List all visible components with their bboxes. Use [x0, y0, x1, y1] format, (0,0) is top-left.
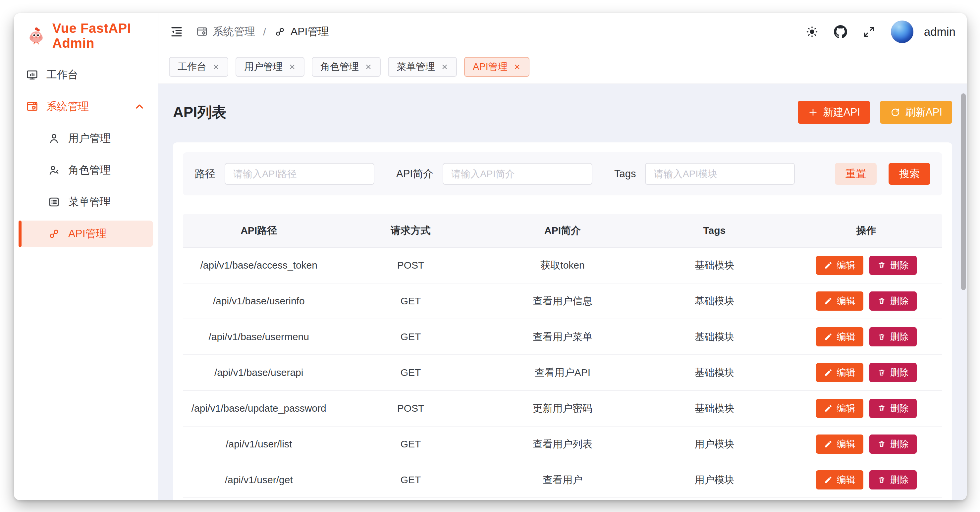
actions-cell: 编辑 删除: [791, 363, 942, 382]
table-row: /api/v1/user/list GET 查看用户列表 用户模块 编辑 删除: [183, 426, 942, 462]
edit-button-label: 编辑: [837, 259, 856, 272]
vertical-scrollbar[interactable]: [961, 94, 966, 290]
sidebar-item-api-management[interactable]: API管理: [19, 221, 153, 247]
api-plug-icon: [48, 227, 60, 240]
sidebar-item-workbench[interactable]: 工作台: [19, 62, 153, 88]
tab-role-management[interactable]: 角色管理: [312, 57, 381, 77]
username[interactable]: admin: [924, 25, 956, 38]
filter-path: 路径: [195, 163, 374, 185]
theme-sun-icon[interactable]: [805, 25, 819, 38]
topbar: 系统管理 / API管理: [158, 13, 967, 50]
page-header-buttons: 新建API 刷新API: [798, 101, 952, 124]
sidebar: Vue FastAPI Admin 工作台 系统管理: [14, 13, 158, 500]
tags-cell: 基础模块: [638, 402, 790, 415]
api-path-cell: /api/v1/base/userapi: [183, 367, 335, 378]
filter-tags: Tags: [614, 163, 795, 185]
tab-workbench[interactable]: 工作台: [169, 57, 228, 77]
summary-cell: 获取token: [487, 259, 638, 272]
edit-button[interactable]: 编辑: [816, 363, 863, 382]
reset-button[interactable]: 重置: [835, 163, 877, 185]
fullscreen-icon[interactable]: [862, 25, 876, 38]
sidebar-item-menu-management[interactable]: 菜单管理: [19, 189, 153, 215]
workbench-icon: [26, 68, 38, 81]
tab-user-management[interactable]: 用户管理: [235, 57, 304, 77]
delete-button-label: 删除: [890, 366, 909, 379]
tab-label: 角色管理: [320, 60, 359, 73]
close-icon[interactable]: [441, 63, 448, 70]
breadcrumb-system-management[interactable]: 系统管理: [196, 24, 255, 39]
table-row: /api/v1/base/userinfo GET 查看用户信息 基础模块 编辑: [183, 283, 942, 319]
pencil-icon: [824, 404, 832, 413]
edit-button[interactable]: 编辑: [816, 470, 863, 490]
edit-button[interactable]: 编辑: [816, 291, 863, 311]
search-button[interactable]: 搜索: [889, 163, 930, 185]
table-row: /api/v1/user/get GET 查看用户 用户模块 编辑 删除: [183, 462, 942, 498]
tab-api-management[interactable]: API管理: [464, 57, 530, 77]
table-header: API路径 请求方式 API简介 Tags 操作: [183, 214, 942, 248]
summary-cell: 查看用户: [487, 473, 638, 487]
delete-button[interactable]: 删除: [869, 470, 917, 490]
sidebar-item-label: API管理: [68, 227, 107, 241]
api-path-cell: /api/v1/user/get: [183, 474, 335, 485]
system-management-icon: [26, 100, 38, 113]
method-cell: GET: [335, 367, 486, 378]
table-row: /api/v1/base/userapi GET 查看用户API 基础模块 编辑: [183, 355, 942, 391]
chevron-up-icon: [133, 100, 146, 113]
edit-button[interactable]: 编辑: [816, 256, 863, 275]
delete-button[interactable]: 删除: [869, 291, 917, 311]
trash-icon: [877, 440, 886, 448]
avatar[interactable]: [891, 21, 913, 43]
delete-button[interactable]: 删除: [869, 327, 917, 347]
tags-cell: 用户模块: [638, 437, 790, 451]
tabbar: 工作台 用户管理 角色管理 菜单管理 API管理: [158, 50, 967, 84]
edit-button[interactable]: 编辑: [816, 434, 863, 454]
method-cell: GET: [335, 439, 486, 450]
actions-cell: 编辑 删除: [791, 256, 942, 275]
close-icon[interactable]: [212, 63, 220, 70]
summary-input[interactable]: [442, 163, 592, 185]
pencil-icon: [824, 440, 832, 448]
close-icon[interactable]: [289, 63, 296, 70]
actions-cell: 编辑 删除: [791, 327, 942, 347]
refresh-api-button[interactable]: 刷新API: [880, 101, 952, 124]
api-table: API路径 请求方式 API简介 Tags 操作 /api/v1/base/ac…: [183, 214, 942, 498]
topbar-actions: admin: [805, 21, 956, 43]
breadcrumb-api-management[interactable]: API管理: [274, 24, 329, 39]
pencil-icon: [824, 475, 832, 484]
sidebar-item-system-management[interactable]: 系统管理: [19, 94, 153, 120]
sidebar-item-role-management[interactable]: 角色管理: [19, 157, 153, 183]
edit-button[interactable]: 编辑: [816, 327, 863, 347]
close-icon[interactable]: [365, 63, 372, 70]
breadcrumb-separator: /: [263, 26, 266, 38]
delete-button[interactable]: 删除: [869, 363, 917, 382]
trash-icon: [877, 368, 886, 377]
delete-button[interactable]: 删除: [869, 256, 917, 275]
sidebar-item-user-management[interactable]: 用户管理: [19, 125, 153, 152]
delete-button[interactable]: 删除: [869, 399, 917, 418]
api-path-cell: /api/v1/base/update_password: [183, 403, 335, 414]
method-cell: POST: [335, 260, 486, 271]
delete-button-label: 删除: [890, 402, 909, 415]
close-icon[interactable]: [514, 63, 521, 70]
tab-menu-management[interactable]: 菜单管理: [388, 57, 457, 77]
path-input[interactable]: [224, 163, 374, 185]
delete-button[interactable]: 删除: [869, 434, 917, 454]
breadcrumb-label: 系统管理: [213, 24, 255, 39]
menu-list-icon: [48, 196, 60, 208]
trash-icon: [877, 404, 886, 413]
tab-label: 用户管理: [244, 60, 283, 73]
delete-button-label: 删除: [890, 474, 909, 486]
system-management-icon: [196, 26, 208, 38]
github-icon[interactable]: [834, 25, 847, 38]
create-api-button[interactable]: 新建API: [798, 101, 870, 124]
actions-cell: 编辑 删除: [791, 291, 942, 311]
tags-input[interactable]: [645, 163, 795, 185]
pencil-icon: [824, 368, 832, 377]
column-api-path: API路径: [183, 224, 335, 237]
edit-button[interactable]: 编辑: [816, 399, 863, 418]
api-plug-icon: [274, 26, 286, 38]
page-header: API列表 新建API 刷新API: [173, 101, 952, 124]
plus-icon: [808, 107, 818, 118]
sidebar-collapse-icon[interactable]: [170, 25, 183, 39]
delete-button-label: 删除: [890, 259, 909, 272]
